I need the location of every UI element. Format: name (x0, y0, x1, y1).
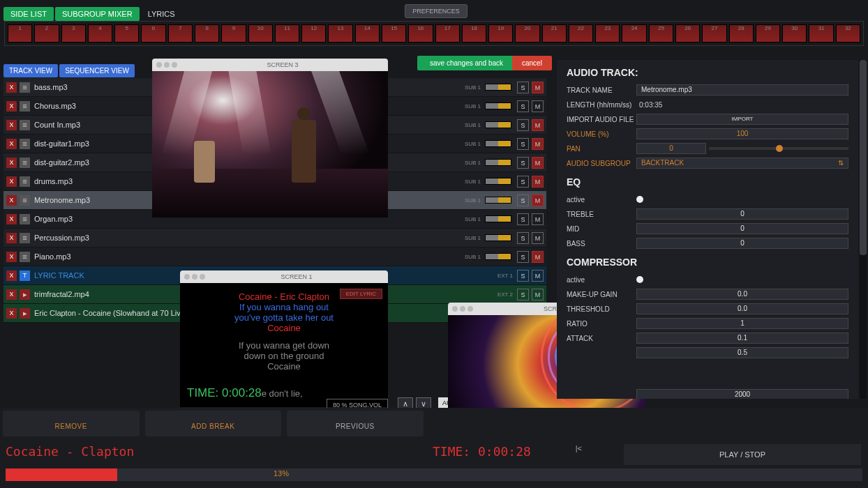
track-volume-meter[interactable] (485, 121, 511, 128)
channel-27[interactable]: 27 (702, 24, 726, 43)
delete-track-button[interactable]: X (6, 308, 17, 319)
release-field[interactable]: 0.5 (636, 347, 848, 358)
channel-13[interactable]: 13 (328, 24, 352, 43)
mute-button[interactable]: M (532, 213, 544, 225)
ratio-field[interactable]: 1 (636, 318, 848, 329)
comp-active-toggle[interactable] (636, 276, 643, 283)
channel-12[interactable]: 12 (301, 24, 326, 43)
channel-24[interactable]: 24 (622, 24, 646, 43)
delete-track-button[interactable]: X (6, 195, 17, 206)
channel-14[interactable]: 14 (355, 24, 380, 43)
channel-21[interactable]: 21 (542, 24, 567, 43)
channel-18[interactable]: 18 (462, 24, 486, 43)
eq-active-toggle[interactable] (636, 196, 643, 203)
track-row[interactable]: X≡Percussion.mp3SUB 1SM (3, 229, 546, 247)
tab-sequencer-view[interactable]: SEQUENCER VIEW (59, 64, 135, 77)
channel-7[interactable]: 7 (168, 24, 193, 43)
track-volume-meter[interactable] (485, 178, 511, 185)
previous-button[interactable]: PREVIOUS (287, 411, 424, 436)
progress-bar[interactable]: 13% (6, 468, 862, 481)
track-volume-meter[interactable] (485, 197, 511, 204)
preferences-button[interactable]: PREFERENCES (405, 4, 467, 18)
channel-19[interactable]: 19 (488, 24, 513, 43)
solo-button[interactable]: S (517, 176, 529, 188)
delete-track-button[interactable]: X (6, 289, 17, 300)
delete-track-button[interactable]: X (6, 270, 17, 281)
mute-button[interactable]: M (532, 289, 544, 300)
play-stop-button[interactable]: PLAY / STOP (624, 444, 861, 465)
channel-16[interactable]: 16 (408, 24, 433, 43)
mute-button[interactable]: M (532, 270, 544, 282)
delete-track-button[interactable]: X (6, 176, 17, 187)
track-volume-meter[interactable] (485, 102, 511, 109)
window-screen-3[interactable]: SCREEN 3 (152, 59, 388, 218)
channel-25[interactable]: 25 (649, 24, 673, 43)
tab-track-view[interactable]: TRACK VIEW (3, 64, 58, 77)
channel-26[interactable]: 26 (675, 24, 700, 43)
channel-15[interactable]: 15 (382, 24, 406, 43)
pan-slider[interactable] (709, 147, 848, 150)
track-volume-meter[interactable] (485, 253, 511, 260)
remove-button[interactable]: REMOVE (3, 411, 140, 436)
channel-31[interactable]: 31 (809, 24, 833, 43)
bass-field[interactable]: 0 (636, 238, 848, 249)
channel-10[interactable]: 10 (248, 24, 273, 43)
delete-track-button[interactable]: X (6, 101, 17, 112)
gain-field[interactable]: 0.0 (636, 289, 848, 300)
mute-button[interactable]: M (532, 138, 544, 150)
mute-button[interactable]: M (532, 119, 544, 131)
mute-button[interactable]: M (532, 195, 544, 206)
mute-button[interactable]: M (532, 232, 544, 244)
channel-30[interactable]: 30 (782, 24, 807, 43)
channel-29[interactable]: 29 (756, 24, 780, 43)
channel-4[interactable]: 4 (88, 24, 112, 43)
track-volume-meter[interactable] (485, 234, 511, 241)
mid-field[interactable]: 0 (636, 223, 848, 234)
save-button[interactable]: save changes and back (417, 56, 516, 70)
delete-track-button[interactable]: X (6, 252, 17, 262)
solo-button[interactable]: S (517, 232, 529, 244)
solo-button[interactable]: S (517, 100, 529, 112)
channel-3[interactable]: 3 (61, 24, 86, 43)
solo-button[interactable]: S (517, 251, 529, 263)
channel-22[interactable]: 22 (569, 24, 593, 43)
track-volume-meter[interactable] (485, 215, 511, 222)
volume-field[interactable]: 100 (636, 128, 848, 139)
delete-track-button[interactable]: X (6, 82, 17, 93)
solo-button[interactable]: S (517, 82, 529, 93)
mute-button[interactable]: M (532, 82, 544, 93)
track-row[interactable]: X≡Piano.mp3SUB 1SM (3, 247, 546, 266)
solo-button[interactable]: S (517, 213, 529, 225)
delete-track-button[interactable]: X (6, 233, 17, 243)
mute-button[interactable]: M (532, 157, 544, 169)
channel-17[interactable]: 17 (435, 24, 460, 43)
channel-1[interactable]: 1 (8, 24, 32, 43)
extra-field[interactable]: 2000 (636, 389, 848, 399)
track-volume-meter[interactable] (485, 140, 511, 147)
tab-side-list[interactable]: SIDE LIST (3, 7, 54, 21)
edit-lyric-button[interactable]: EDIT LYRIC (340, 289, 382, 299)
mute-button[interactable]: M (532, 176, 544, 188)
solo-button[interactable]: S (517, 195, 529, 206)
subgroup-select[interactable]: BACKTRACK⇅ (636, 158, 848, 169)
track-name-field[interactable]: Metronome.mp3 (636, 84, 848, 96)
channel-9[interactable]: 9 (221, 24, 246, 43)
channel-28[interactable]: 28 (729, 24, 754, 43)
rewind-button[interactable]: |< (576, 444, 582, 452)
delete-track-button[interactable]: X (6, 139, 17, 149)
cancel-button[interactable]: cancel (512, 56, 552, 70)
delete-track-button[interactable]: X (6, 120, 17, 130)
channel-2[interactable]: 2 (34, 24, 59, 43)
tab-lyrics[interactable]: LYRICS (141, 7, 182, 21)
import-button[interactable]: IMPORT (636, 114, 848, 125)
solo-button[interactable]: S (517, 119, 529, 131)
add-break-button[interactable]: ADD BREAK (145, 411, 282, 436)
channel-32[interactable]: 32 (836, 24, 860, 43)
channel-8[interactable]: 8 (195, 24, 219, 43)
channel-6[interactable]: 6 (141, 24, 165, 43)
solo-button[interactable]: S (517, 270, 529, 282)
channel-11[interactable]: 11 (275, 24, 299, 43)
threshold-field[interactable]: 0.0 (636, 303, 848, 314)
treble-field[interactable]: 0 (636, 208, 848, 220)
solo-button[interactable]: S (517, 157, 529, 169)
